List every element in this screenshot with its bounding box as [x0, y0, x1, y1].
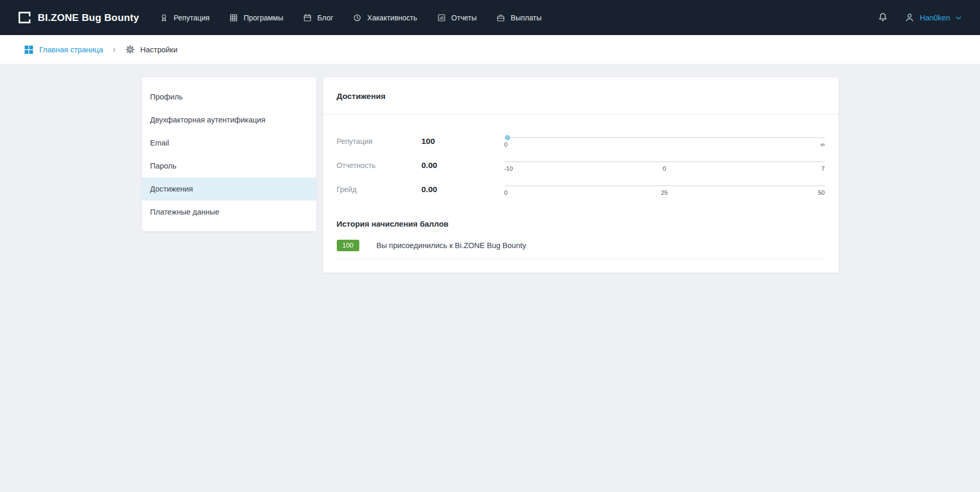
metric-label: Грейд: [337, 185, 422, 194]
programs-icon: [229, 13, 238, 23]
bell-icon: [877, 12, 888, 23]
nav-item-label: Блог: [317, 14, 333, 22]
reports-icon: [437, 13, 446, 23]
metric-value: 0.00: [422, 161, 504, 170]
blog-icon: [303, 13, 312, 23]
metric-label: Репутация: [337, 137, 422, 146]
points-badge: 100: [337, 240, 359, 251]
menu-item-label: Email: [150, 139, 169, 147]
nav-item-reputation[interactable]: Репутация: [159, 13, 210, 23]
metric-label: Отчетность: [337, 161, 422, 170]
menu-item-password[interactable]: Пароль: [142, 154, 316, 177]
nav-item-label: Отчеты: [452, 14, 477, 22]
panel-title: Достижения: [323, 77, 839, 115]
metric-row-reputation: Репутация 100 0 ∞: [337, 135, 825, 148]
notifications-button[interactable]: [877, 12, 888, 23]
menu-item-label: Пароль: [150, 162, 177, 170]
navbar-right: Han0ken: [877, 12, 962, 23]
menu-item-email[interactable]: Email: [142, 131, 316, 154]
reputation-icon: [159, 13, 169, 23]
menu-item-payment-details[interactable]: Платежные данные: [142, 200, 316, 223]
metric-row-reporting: Отчетность 0.00 -10 0 7: [337, 159, 825, 172]
menu-item-label: Профиль: [150, 93, 183, 101]
reputation-gauge: 0 ∞: [504, 135, 825, 148]
nav-item-label: Репутация: [174, 14, 210, 22]
menu-item-two-factor[interactable]: Двухфакторная аутентификация: [142, 108, 316, 131]
gauge-track: [504, 161, 825, 162]
menu-item-achievements[interactable]: Достижения: [142, 177, 316, 200]
nav-item-label: Программы: [244, 14, 283, 22]
brand-name: BI.ZONE Bug Bounty: [38, 12, 139, 24]
metric-row-grade: Грейд 0.00 0 25 50: [337, 183, 825, 196]
nav-item-hacktivity[interactable]: Хакактивность: [353, 13, 417, 23]
breadcrumb-current-label: Настройки: [140, 46, 178, 54]
nav-item-blog[interactable]: Блог: [303, 13, 333, 23]
gauge-ticks: 0 ∞: [504, 141, 825, 148]
menu-item-profile[interactable]: Профиль: [142, 85, 316, 108]
tick-min: 0: [504, 189, 508, 196]
brand[interactable]: BI.ZONE Bug Bounty: [17, 10, 139, 25]
gauge-ticks: -10 0 7: [504, 165, 825, 172]
gauge-track: [504, 137, 825, 138]
menu-item-label: Двухфакторная аутентификация: [150, 116, 266, 124]
tick-max: 50: [818, 189, 825, 196]
payouts-icon: [496, 13, 505, 23]
user-icon: [904, 12, 915, 23]
nav-item-label: Хакактивность: [367, 14, 417, 22]
nav-item-payouts[interactable]: Выплаты: [496, 13, 542, 23]
settings-menu: Профиль Двухфакторная аутентификация Ema…: [142, 77, 316, 231]
breadcrumb-separator-icon: [111, 47, 117, 53]
chevron-down-icon: [955, 14, 962, 21]
main-content: Профиль Двухфакторная аутентификация Ema…: [0, 64, 980, 273]
tick-min: -10: [504, 165, 513, 172]
tick-max: ∞: [820, 141, 824, 148]
metrics-list: Репутация 100 0 ∞ Отчетность 0.00: [323, 115, 839, 209]
bizone-logo-icon: [17, 10, 31, 25]
user-name: Han0ken: [920, 14, 950, 22]
reporting-gauge: -10 0 7: [504, 159, 825, 172]
hacktivity-icon: [353, 13, 362, 23]
tick-min: 0: [504, 141, 508, 148]
history-text: Вы присоединились к Bi.ZONE Bug Bounty: [377, 241, 526, 250]
gauge-track: [504, 185, 825, 186]
tick-mid: 0: [663, 165, 666, 172]
menu-item-label: Достижения: [150, 185, 193, 193]
gear-icon: [125, 44, 135, 54]
nav-item-label: Выплаты: [511, 14, 542, 22]
breadcrumb-home-label: Главная страница: [39, 46, 103, 54]
gauge-marker-dot: [505, 135, 510, 140]
metric-value: 100: [422, 137, 504, 146]
gauge-ticks: 0 25 50: [504, 189, 825, 196]
nav-item-reports[interactable]: Отчеты: [437, 13, 477, 23]
breadcrumb-current: Настройки: [125, 44, 178, 54]
grade-gauge: 0 25 50: [504, 183, 825, 196]
top-navbar: BI.ZONE Bug Bounty Репутация Программы Б…: [0, 0, 980, 35]
achievements-panel: Достижения Репутация 100 0 ∞: [323, 77, 839, 273]
menu-item-label: Платежные данные: [150, 208, 219, 216]
history-row: 100 Вы присоединились к Bi.ZONE Bug Boun…: [337, 240, 825, 259]
metric-value: 0.00: [422, 185, 504, 194]
dashboard-grid-icon: [24, 44, 34, 55]
breadcrumb-home-link[interactable]: Главная страница: [24, 44, 103, 55]
tick-mid: 25: [661, 189, 668, 196]
main-nav: Репутация Программы Блог Хакактивность: [159, 13, 542, 23]
history-title: История начисления баллов: [323, 209, 839, 228]
nav-item-programs[interactable]: Программы: [229, 13, 283, 23]
breadcrumb: Главная страница Настройки: [0, 35, 980, 64]
user-menu[interactable]: Han0ken: [904, 12, 962, 23]
tick-max: 7: [821, 165, 824, 172]
